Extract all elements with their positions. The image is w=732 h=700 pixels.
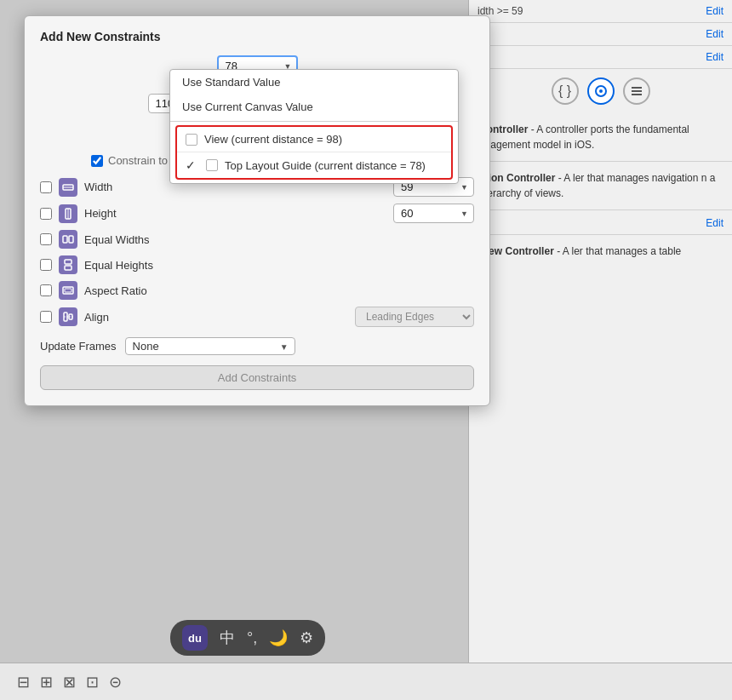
tab-icon-braces[interactable]: { } — [552, 77, 579, 105]
constraint-row-1: idth >= 59 Edit — [469, 0, 732, 23]
edit-button-1[interactable]: Edit — [706, 5, 723, 17]
height-row: Height 60 — [40, 204, 474, 223]
tab-icon-circle[interactable] — [587, 77, 615, 105]
desc-section-1: Controller - A controller ports the fund… — [469, 113, 732, 162]
equal-widths-row: Equal Widths — [40, 230, 474, 249]
aspect-ratio-icon — [59, 281, 77, 300]
right-panel: idth >= 59 Edit Edit Edit { } Controller… — [468, 0, 732, 700]
checkmark-icon: ✓ — [186, 158, 199, 172]
desc3-bold: View Controller — [479, 245, 554, 257]
constraint-row-4: Edit — [469, 212, 732, 235]
toolbar-icon-1[interactable]: ⊟ — [17, 673, 30, 691]
width-icon — [59, 178, 77, 197]
float-bar-icon-gear[interactable]: ⚙ — [300, 628, 313, 647]
float-toolbar: du 中 °, 🌙 ⚙ — [170, 620, 325, 656]
height-label: Height — [84, 207, 386, 220]
desc-section-3: View Controller - A ler that manages a t… — [469, 235, 732, 267]
align-row: Align Leading Edges — [40, 307, 474, 327]
svg-rect-14 — [65, 289, 71, 292]
use-current-canvas[interactable]: Use Current Canvas Value — [170, 95, 458, 119]
svg-rect-12 — [65, 266, 71, 270]
update-frames-label: Update Frames — [40, 340, 117, 353]
svg-rect-2 — [632, 87, 642, 89]
panel-title: Add New Constraints — [40, 30, 474, 43]
equal-widths-label: Equal Widths — [84, 233, 474, 246]
height-icon — [59, 204, 77, 223]
dropdown-divider — [170, 121, 458, 122]
align-checkbox[interactable] — [40, 311, 52, 323]
dropdown-option-view[interactable]: View (current distance = 98) — [177, 127, 451, 152]
toolbar-icon-4[interactable]: ⊡ — [86, 673, 99, 691]
equal-heights-row: Equal Heights — [40, 255, 474, 274]
update-frames-select[interactable]: None Items of New Constraints All Frames… — [125, 337, 295, 355]
icon-tab-row: { } — [469, 69, 732, 113]
svg-rect-11 — [65, 260, 71, 264]
option-top-layout-checkbox[interactable] — [206, 159, 218, 171]
toolbar-icon-3[interactable]: ⊠ — [63, 673, 76, 691]
edit-button-2[interactable]: Edit — [706, 28, 723, 40]
use-standard-value[interactable]: Use Standard Value — [170, 70, 458, 95]
dropdown-popup: Use Standard Value Use Current Canvas Va… — [169, 69, 459, 184]
align-value-select[interactable]: Leading Edges — [355, 307, 474, 327]
svg-rect-9 — [63, 236, 67, 243]
bottom-toolbar: ⊟ ⊞ ⊠ ⊡ ⊝ — [0, 663, 732, 700]
aspect-ratio-row: Aspect Ratio — [40, 281, 474, 300]
svg-rect-4 — [632, 94, 642, 95]
float-bar-icon-degree[interactable]: °, — [247, 629, 257, 647]
toolbar-icon-5[interactable]: ⊝ — [109, 673, 122, 691]
svg-rect-10 — [69, 236, 73, 243]
update-frames-select-wrap[interactable]: None Items of New Constraints All Frames… — [125, 337, 295, 355]
edit-button-3[interactable]: Edit — [706, 51, 723, 63]
height-value-select[interactable]: 60 — [393, 204, 474, 223]
align-label: Align — [84, 311, 348, 324]
dropdown-option-top-layout[interactable]: ✓ Top Layout Guide (current distance = 7… — [177, 152, 451, 178]
aspect-ratio-checkbox[interactable] — [40, 284, 52, 296]
constraint-label-1: idth >= 59 — [478, 5, 701, 17]
desc3-text: - A ler that manages a table — [554, 245, 681, 257]
height-checkbox[interactable] — [40, 208, 52, 220]
equal-widths-checkbox[interactable] — [40, 233, 52, 245]
update-frames-row: Update Frames None Items of New Constrai… — [40, 337, 474, 355]
height-value-wrap[interactable]: 60 — [393, 204, 474, 223]
add-constraints-button[interactable]: Add Constraints — [40, 365, 474, 390]
svg-point-1 — [599, 89, 603, 93]
edit-button-4[interactable]: Edit — [706, 217, 723, 229]
svg-rect-3 — [632, 90, 642, 92]
toolbar-icon-2[interactable]: ⊞ — [40, 673, 53, 691]
constrain-margins-checkbox[interactable] — [91, 155, 103, 167]
equal-heights-icon — [59, 255, 77, 274]
aspect-ratio-label: Aspect Ratio — [84, 284, 474, 297]
constraints-panel: Add New Constraints 78 20 110 — [24, 15, 490, 406]
desc-section-2: ation Controller - A ler that manages na… — [469, 162, 732, 210]
equal-heights-checkbox[interactable] — [40, 259, 52, 271]
constraint-row-3: Edit — [469, 46, 732, 69]
float-bar-icon-chinese[interactable]: 中 — [220, 628, 235, 648]
float-bar-icon-moon[interactable]: 🌙 — [269, 628, 288, 647]
option-top-layout-label: Top Layout Guide (current distance = 78) — [225, 159, 426, 172]
tab-icon-list[interactable] — [623, 77, 650, 105]
width-checkbox[interactable] — [40, 181, 52, 193]
float-bar-logo[interactable]: du — [182, 625, 208, 651]
option-view-checkbox[interactable] — [186, 134, 197, 146]
desc2-bold: ation Controller — [479, 172, 555, 184]
option-view-label: View (current distance = 98) — [204, 133, 342, 146]
dropdown-red-section: View (current distance = 98) ✓ Top Layou… — [175, 125, 453, 180]
align-icon — [59, 307, 77, 326]
constraint-row-2: Edit — [469, 23, 732, 46]
equal-widths-icon — [59, 230, 77, 249]
equal-heights-label: Equal Heights — [84, 259, 474, 272]
